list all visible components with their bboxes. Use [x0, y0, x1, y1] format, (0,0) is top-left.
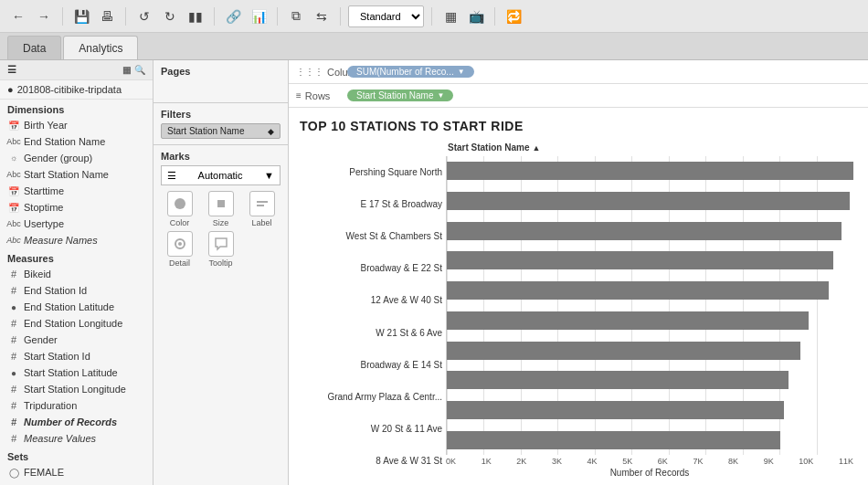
field-female-label: FEMALE	[24, 467, 64, 478]
undo-button[interactable]: ↺	[133, 5, 155, 27]
chart-body: Pershing Square NorthE 17 St & BroadwayW…	[300, 156, 853, 478]
field-number-of-records[interactable]: # Number of Records	[0, 414, 153, 430]
monitor-button[interactable]: 📺	[465, 5, 487, 27]
calendar-icon-stoptime: 📅	[7, 201, 20, 214]
field-stoptime-label: Stoptime	[24, 202, 63, 213]
field-end-station-id[interactable]: # End Station Id	[0, 282, 153, 299]
save-button[interactable]: 💾	[70, 5, 92, 27]
presentation-dropdown[interactable]: Standard	[348, 5, 424, 27]
print-button[interactable]: 🖶	[96, 5, 118, 27]
tab-data[interactable]: Data	[7, 36, 61, 59]
field-number-of-records-label: Number of Records	[24, 416, 117, 427]
bar-row[interactable]	[447, 365, 853, 395]
field-usertype[interactable]: Abc Usertype	[0, 216, 153, 232]
hash-icon-number-of-records: #	[7, 416, 20, 428]
marks-color-label: Color	[170, 218, 190, 227]
rows-pill[interactable]: Start Station Name ▼	[347, 90, 453, 101]
field-gender[interactable]: # Gender	[0, 332, 153, 348]
field-birth-year[interactable]: 📅 Birth Year	[0, 117, 153, 133]
marks-label-label: Label	[251, 218, 271, 227]
left-panel-title: ☰	[7, 64, 16, 76]
svg-rect-1	[217, 200, 225, 207]
bar	[447, 401, 784, 419]
bar-row[interactable]	[447, 425, 853, 455]
marks-grid: Color Size Label	[161, 191, 281, 268]
grid-button[interactable]: ▦	[439, 5, 461, 27]
field-start-station-id[interactable]: # Start Station Id	[0, 348, 153, 364]
filters-title: Filters	[161, 109, 281, 120]
field-usertype-label: Usertype	[24, 218, 64, 229]
field-end-station-longitude[interactable]: # End Station Longitude	[0, 315, 153, 332]
tab-analytics[interactable]: Analytics	[63, 36, 138, 59]
swap-button[interactable]: ⇆	[311, 5, 333, 27]
field-measure-values[interactable]: # Measure Values	[0, 430, 153, 447]
grid-view-icon[interactable]: ▦	[122, 65, 131, 75]
datasource-row[interactable]: ● 201808-citibike-tripdata	[0, 80, 153, 100]
marks-tooltip-cell[interactable]: Tooltip	[202, 231, 239, 268]
forward-button[interactable]: →	[33, 5, 55, 27]
rows-label: Rows	[305, 90, 331, 101]
bar-row[interactable]	[447, 276, 853, 306]
filter-chip-icon: ◆	[268, 127, 274, 136]
field-stoptime[interactable]: 📅 Stoptime	[0, 199, 153, 216]
pause-button[interactable]: ▮▮	[185, 5, 206, 27]
redo-button[interactable]: ↻	[159, 5, 181, 27]
marks-size-cell[interactable]: Size	[202, 191, 239, 227]
field-tripduration[interactable]: # Tripduration	[0, 397, 153, 414]
show-me-button[interactable]: ⧉	[285, 5, 307, 27]
bar-row[interactable]	[447, 216, 853, 246]
marks-size-box	[208, 191, 234, 216]
share-button[interactable]: 🔁	[503, 5, 524, 27]
marks-title: Marks	[161, 151, 281, 162]
right-panel: ⋮⋮⋮ Columns SUM(Number of Reco... ▼ ≡ Ro…	[289, 60, 868, 485]
field-gender-group[interactable]: ☼ Gender (group)	[0, 150, 153, 166]
back-button[interactable]: ←	[7, 5, 29, 27]
marks-detail-cell[interactable]: Detail	[161, 231, 198, 268]
columns-pill[interactable]: SUM(Number of Reco... ▼	[347, 66, 474, 78]
chart-col-header: Start Station Name ▲	[448, 142, 540, 153]
bar-row[interactable]	[447, 246, 853, 276]
filter-chip-start-station[interactable]: Start Station Name ◆	[161, 123, 281, 139]
separator-7	[494, 7, 495, 26]
field-end-station-latitude[interactable]: ● End Station Latitude	[0, 299, 153, 315]
hash-icon-start-station-long: #	[7, 383, 20, 395]
field-measure-names[interactable]: Abc Measure Names	[0, 232, 153, 248]
rows-shelf-label: ≡ Rows	[296, 90, 342, 101]
field-start-station-name[interactable]: Abc Start Station Name	[0, 166, 153, 183]
marks-type-dropdown[interactable]: ☰ Automatic ▼	[161, 165, 281, 185]
field-male[interactable]: ◯ MALE	[0, 480, 153, 485]
connect-button[interactable]: 🔗	[222, 5, 244, 27]
bar-row[interactable]	[447, 306, 853, 336]
field-start-station-longitude[interactable]: # Start Station Longitude	[0, 381, 153, 397]
bar-row[interactable]	[447, 186, 853, 216]
field-measure-names-label: Measure Names	[24, 235, 98, 246]
x-axis-label: 5K	[622, 457, 632, 466]
pages-panel: Pages	[153, 60, 288, 103]
y-axis: Pershing Square NorthE 17 St & BroadwayW…	[300, 156, 446, 478]
bar-row[interactable]	[447, 395, 853, 426]
separator-3	[214, 7, 215, 26]
search-icon[interactable]: 🔍	[134, 65, 145, 75]
field-bikeid[interactable]: # Bikeid	[0, 266, 153, 282]
data-button[interactable]: 📊	[248, 5, 270, 27]
rows-pill-icon: ▼	[437, 91, 444, 100]
left-panel-icons: ▦ 🔍	[122, 65, 145, 75]
x-axis-label: 7K	[693, 457, 703, 466]
field-starttime[interactable]: 📅 Starttime	[0, 183, 153, 199]
col-header-text: Start Station Name	[448, 142, 529, 153]
x-axis-label: 9K	[764, 457, 774, 466]
bar-row[interactable]	[447, 335, 853, 365]
marks-label-cell[interactable]: Label	[243, 191, 281, 227]
y-axis-label: E 17 St & Broadway	[300, 188, 442, 220]
marks-detail-box	[167, 231, 193, 257]
abc-icon-usertype: Abc	[7, 217, 20, 230]
separator-6	[431, 7, 432, 26]
bar-row[interactable]	[447, 156, 853, 186]
bar	[447, 222, 842, 240]
field-female[interactable]: ◯ FEMALE	[0, 464, 153, 480]
filters-panel: Filters Start Station Name ◆	[153, 103, 288, 145]
field-end-station-name[interactable]: Abc End Station Name	[0, 133, 153, 150]
dimensions-label: Dimensions	[0, 100, 153, 117]
marks-color-cell[interactable]: Color	[161, 191, 198, 227]
field-start-station-latitude[interactable]: ● Start Station Latitude	[0, 364, 153, 381]
